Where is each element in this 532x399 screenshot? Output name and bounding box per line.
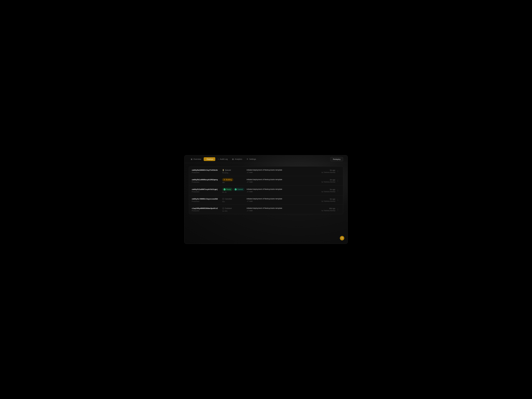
deploy-actions-col: ⋮ (335, 169, 340, 173)
deploy-status-col: ⏳ Queued Pending... (222, 169, 244, 174)
deploy-message: initiated deployment of fleekxyz/astro-t… (247, 198, 311, 200)
deploy-meta-col: 3m ago by Tobiloba Adedeji (313, 179, 335, 183)
deploy-message-col: initiated deployment of fleekxyz/astro-t… (244, 198, 313, 202)
content-area: cm04y5m100003r2uyf1433e3n Production ⏳ Q… (184, 163, 348, 217)
deploy-ago: 3m ago (313, 198, 335, 200)
deploy-message: initiated deployment of fleekxyz/astro-t… (247, 179, 311, 181)
deploy-id: clwp106yd00053h6mo3ps0tv2 (192, 207, 222, 209)
branch-name: main (249, 181, 253, 183)
help-button[interactable]: ? (340, 236, 344, 240)
deploy-list: cm04y5m100003r2uyf1433e3n Production ⏳ Q… (189, 166, 343, 214)
outdated-icon: ⊘ (222, 207, 224, 209)
deploy-status-col: ✕ Canceled 55s (222, 197, 244, 203)
deploy-branch: ⎇ main (247, 200, 311, 202)
deploy-message-col: initiated deployment of fleekxyz/astro-t… (244, 207, 313, 212)
deploy-actions-col: ⋮ (335, 189, 340, 192)
deploy-id-col: cm04y5blo0009ucph1092qmsq Production (192, 179, 222, 183)
deploy-row: clwp106yd00053h6mo3ps0tv2 Production ⊘ O… (189, 205, 343, 214)
deploy-row: cm04y5m100003r2uyf1433e3n Production ⏳ Q… (189, 166, 343, 176)
audit-log-icon: ≈ (218, 158, 219, 160)
tab-deploys[interactable]: Deploys (204, 157, 215, 161)
more-options-button[interactable]: ⋮ (336, 208, 340, 211)
deploy-message-col: initiated deployment of fleekxyz/astro-t… (244, 179, 313, 183)
status-current: ✓ Current (233, 188, 244, 191)
deploy-id: cm04y5m100003r2uyf1433e3n (192, 169, 222, 171)
deploy-branch: ⎇ main (247, 171, 311, 173)
deploy-branch: ⎇ main (247, 181, 311, 183)
branch-icon: ⎇ (247, 171, 248, 173)
branch-icon: ⎇ (247, 191, 248, 193)
deploy-status-col: ⊘ Outdated 1m 42s (222, 207, 244, 212)
deploy-message: initiated deployment of fleekxyz/astro-t… (247, 207, 311, 209)
redeploy-button[interactable]: Redeploy (330, 157, 343, 161)
branch-icon: ⎇ (247, 181, 248, 183)
tab-audit-log[interactable]: ≈Audit Log (216, 157, 230, 161)
deploy-env: Production (192, 210, 222, 212)
deploy-by: by Tobiloba Adedeji (313, 171, 335, 173)
status-outdated: ⊘ Outdated (222, 207, 233, 210)
branch-name: main (249, 191, 253, 192)
branch-name: main (249, 210, 253, 211)
deploy-branch: ⎇ main (247, 191, 311, 193)
deploy-status-time: 38s (222, 182, 244, 183)
gear-icon: ⚙ (224, 179, 225, 181)
main-screen: ▣OverviewDeploys≈Audit Log▦Analytics⚙Set… (184, 155, 348, 244)
deploy-message: initiated deployment of fleekxyz/astro-t… (247, 188, 311, 190)
deploy-meta-col: 86d ago by Tobiloba Adedeji (313, 208, 335, 211)
deploy-id-col: clwp106yd00053h6mo3ps0tv2 Production (192, 207, 222, 212)
cancel-icon: ✕ (222, 198, 224, 200)
branch-name: main (249, 200, 253, 202)
deploy-status-time: 55s (222, 201, 244, 203)
settings-icon: ⚙ (247, 158, 248, 160)
deploy-meta-col: 3m ago by Tobiloba Adedeji (313, 169, 335, 173)
deploy-status-time: Pending... (222, 172, 244, 174)
branch-icon: ⎇ (247, 200, 248, 202)
more-options-button[interactable]: ⋮ (336, 179, 340, 183)
more-options-button[interactable]: ⋮ (336, 169, 340, 173)
deploy-branch: ⎇ main (247, 210, 311, 212)
deploy-ago: 3m ago (313, 169, 335, 171)
more-options-button[interactable]: ⋮ (336, 198, 340, 202)
status-queued: ⏳ Queued (222, 169, 232, 171)
deploy-id-col: cm04y512a0007ucpht9z5igmj Production (192, 188, 222, 193)
deploy-message-col: initiated deployment of fleekxyz/astro-t… (244, 188, 313, 193)
deploy-by: by Tobiloba Adedeji (313, 200, 335, 202)
tab-analytics[interactable]: ▦Analytics (230, 157, 244, 161)
deploy-row: cm04y5blo0009ucph1092qmsq Production ⚙ B… (189, 176, 343, 186)
analytics-icon: ▦ (232, 158, 234, 160)
deploy-meta-col: 3m ago by Tobiloba Adedeji (313, 198, 335, 202)
deploy-row: cm04y512a0007ucpht9z5igmj Production ✓ R… (189, 186, 343, 195)
deploy-id: cm04y512a0007ucpht9z5igmj (192, 188, 222, 190)
deploy-env: Production (192, 172, 222, 173)
current-checkmark-icon: ✓ (235, 188, 237, 190)
deploy-env: Production (192, 181, 222, 183)
deploy-status-time: 1m 42s (222, 210, 244, 212)
tab-settings[interactable]: ⚙Settings (245, 157, 258, 161)
deploy-env: Production (192, 191, 222, 193)
deploy-actions-col: ⋮ (335, 198, 340, 202)
deploy-status-time: 2m 3s (222, 191, 244, 193)
deploy-row: cm04y4sr90001r2uyzcceo28d Production ✕ C… (189, 195, 343, 205)
deploy-env: Production (192, 201, 222, 202)
deploy-status-col: ⚙ Building 38s (222, 178, 244, 183)
tab-overview[interactable]: ▣Overview (189, 157, 203, 161)
status-building: ⚙ Building (222, 178, 233, 181)
more-options-button[interactable]: ⋮ (336, 189, 340, 192)
status-ready: ✓ Ready (222, 188, 233, 191)
deploy-ago: 3m ago (313, 179, 335, 181)
deploy-actions-col: ⋮ (335, 208, 340, 211)
deploy-id-col: cm04y5m100003r2uyf1433e3n Production (192, 169, 222, 173)
nav-bar: ▣OverviewDeploys≈Audit Log▦Analytics⚙Set… (184, 155, 348, 163)
deploy-status-col: ✓ Ready ✓ Current 2m 3s (222, 188, 244, 193)
deploy-id: cm04y4sr90001r2uyzcceo28d (192, 198, 222, 200)
deploy-by: by Tobiloba Adedeji (313, 210, 335, 211)
deploy-message: initiated deployment of fleekxyz/astro-t… (247, 169, 311, 171)
deploy-by: by Tobiloba Adedeji (313, 181, 335, 183)
deploy-meta-col: 3m ago by Tobiloba Adedeji (313, 189, 335, 192)
deploy-id-col: cm04y4sr90001r2uyzcceo28d Production (192, 198, 222, 202)
status-cancelled: ✕ Canceled (222, 197, 233, 200)
branch-name: main (249, 171, 253, 173)
deploy-by: by Tobiloba Adedeji (313, 191, 335, 192)
checkmark-icon: ✓ (224, 188, 226, 190)
deploy-ago: 3m ago (313, 189, 335, 190)
